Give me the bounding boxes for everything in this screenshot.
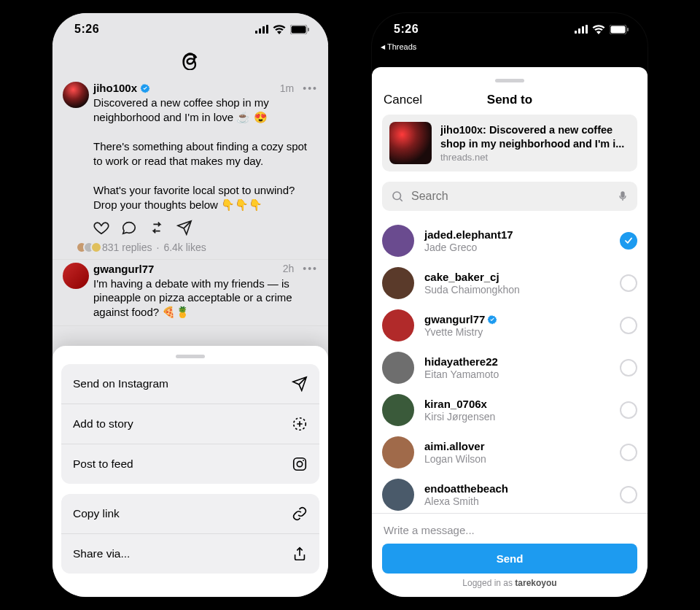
contact-row[interactable]: kiran_0706xKirsi Jørgensen bbox=[382, 389, 637, 431]
message-input[interactable]: Write a message... bbox=[382, 521, 637, 544]
search-box[interactable] bbox=[382, 182, 637, 211]
svg-rect-0 bbox=[255, 31, 257, 34]
contact-select-radio[interactable] bbox=[620, 444, 637, 461]
back-to-threads[interactable]: Threads bbox=[372, 42, 648, 53]
svg-rect-14 bbox=[586, 25, 588, 34]
contact-select-radio[interactable] bbox=[620, 401, 637, 419]
svg-rect-12 bbox=[578, 28, 580, 34]
contact-fullname: Eitan Yamamoto bbox=[424, 368, 610, 380]
more-icon[interactable]: ••• bbox=[303, 263, 318, 274]
contact-select-radio[interactable] bbox=[620, 317, 637, 334]
avatar[interactable] bbox=[63, 82, 89, 108]
svg-rect-6 bbox=[308, 28, 309, 31]
contact-fullname: Jade Greco bbox=[424, 242, 610, 253]
send-icon bbox=[292, 376, 308, 392]
svg-point-9 bbox=[297, 461, 302, 466]
reply-icon[interactable] bbox=[121, 220, 137, 236]
post[interactable]: jiho100x 1m ••• Discovered a new coffee … bbox=[52, 79, 328, 260]
sheet-handle[interactable] bbox=[495, 79, 524, 82]
svg-rect-16 bbox=[611, 26, 626, 33]
cellular-icon bbox=[575, 25, 588, 34]
share-row-label: Add to story bbox=[73, 417, 133, 431]
post-actions bbox=[93, 220, 318, 236]
post-body: Discovered a new coffee shop in my neigh… bbox=[93, 96, 318, 212]
wifi-icon bbox=[273, 25, 286, 34]
instagram-icon bbox=[292, 456, 308, 472]
contact-fullname: Suda Chaimongkhon bbox=[424, 284, 610, 296]
contact-username: gwangurl77 bbox=[424, 313, 610, 325]
contact-row[interactable]: endoatthebeachAlexa Smith bbox=[382, 474, 637, 513]
share-group-other: Copy link Share via... bbox=[61, 494, 319, 574]
contact-select-radio[interactable] bbox=[620, 274, 637, 292]
story-icon bbox=[292, 416, 308, 432]
preview-text: jiho100x: Discovered a new coffee shop i… bbox=[440, 123, 630, 150]
status-icons bbox=[575, 25, 629, 34]
share-add-to-story[interactable]: Add to story bbox=[61, 404, 319, 444]
contact-row[interactable]: aimi.alloverLogan Wilson bbox=[382, 431, 637, 474]
post-likes[interactable]: 6.4k likes bbox=[163, 242, 206, 253]
share-send-instagram[interactable]: Send on Instagram bbox=[61, 364, 319, 404]
wifi-icon bbox=[592, 25, 605, 34]
mic-icon[interactable] bbox=[617, 189, 629, 204]
post[interactable]: gwangurl77 2h ••• I'm having a debate wi… bbox=[52, 260, 328, 327]
send-button[interactable]: Send bbox=[382, 544, 637, 574]
contact-row[interactable]: cake_baker_cjSuda Chaimongkhon bbox=[382, 262, 637, 304]
avatar bbox=[382, 394, 414, 426]
avatar bbox=[382, 352, 414, 384]
svg-rect-13 bbox=[582, 26, 584, 34]
threads-logo bbox=[52, 48, 328, 70]
contact-select-radio[interactable] bbox=[620, 232, 637, 250]
send-footer: Write a message... Send Logged in as tar… bbox=[372, 513, 648, 597]
post-username[interactable]: jiho100x bbox=[93, 82, 137, 94]
more-icon[interactable]: ••• bbox=[303, 82, 318, 94]
contact-fullname: Kirsi Jørgensen bbox=[424, 411, 610, 422]
share-via[interactable]: Share via... bbox=[61, 533, 319, 574]
share-row-label: Share via... bbox=[73, 547, 130, 560]
post-username[interactable]: gwangurl77 bbox=[93, 263, 154, 275]
post-time: 1m bbox=[280, 82, 294, 94]
contact-row[interactable]: gwangurl77 Yvette Mistry bbox=[382, 304, 637, 347]
contact-row[interactable]: hidayathere22Eitan Yamamoto bbox=[382, 347, 637, 389]
status-bar: 5:26 bbox=[372, 13, 648, 45]
send-to-sheet: Cancel Send to jiho100x: Discovered a ne… bbox=[372, 74, 648, 597]
share-post-to-feed[interactable]: Post to feed bbox=[61, 444, 319, 484]
battery-icon bbox=[610, 25, 629, 34]
share-icon bbox=[292, 546, 308, 562]
link-preview-card[interactable]: jiho100x: Discovered a new coffee shop i… bbox=[382, 115, 637, 171]
svg-rect-1 bbox=[259, 28, 261, 34]
repliers-avatars bbox=[76, 242, 98, 253]
contact-username: hidayathere22 bbox=[424, 355, 610, 368]
post-time: 2h bbox=[283, 263, 295, 274]
status-time: 5:26 bbox=[394, 23, 419, 36]
contact-fullname: Yvette Mistry bbox=[424, 326, 610, 338]
contact-select-radio[interactable] bbox=[620, 359, 637, 377]
contact-username: aimi.allover bbox=[424, 440, 610, 452]
svg-rect-3 bbox=[266, 25, 268, 34]
cellular-icon bbox=[255, 25, 268, 34]
send-icon[interactable] bbox=[176, 220, 192, 236]
status-bar: 5:26 bbox=[52, 13, 328, 45]
contact-username: kiran_0706x bbox=[424, 398, 610, 410]
repost-icon[interactable] bbox=[149, 220, 165, 236]
share-sheet: Send on Instagram Add to story Post to f… bbox=[52, 346, 328, 597]
phone-threads: 5:26 jiho100x 1m bbox=[52, 13, 328, 597]
avatar[interactable] bbox=[63, 263, 89, 289]
like-icon[interactable] bbox=[93, 220, 109, 236]
svg-rect-11 bbox=[575, 31, 577, 34]
contact-fullname: Alexa Smith bbox=[424, 495, 610, 507]
feed: jiho100x 1m ••• Discovered a new coffee … bbox=[52, 79, 328, 326]
preview-domain: threads.net bbox=[440, 152, 630, 163]
sheet-handle[interactable] bbox=[176, 355, 205, 358]
share-copy-link[interactable]: Copy link bbox=[61, 494, 319, 533]
avatar bbox=[382, 479, 414, 511]
verified-badge-icon bbox=[140, 83, 150, 93]
svg-rect-8 bbox=[294, 458, 306, 471]
svg-rect-17 bbox=[627, 28, 629, 31]
contact-select-radio[interactable] bbox=[620, 486, 637, 503]
post-replies[interactable]: 831 replies bbox=[102, 242, 152, 253]
contact-list: jaded.elephant17Jade Grecocake_baker_cjS… bbox=[382, 220, 637, 513]
search-input[interactable] bbox=[410, 189, 611, 204]
sheet-title: Send to bbox=[372, 93, 648, 107]
contact-row[interactable]: jaded.elephant17Jade Greco bbox=[382, 220, 637, 262]
verified-badge-icon bbox=[487, 314, 497, 325]
